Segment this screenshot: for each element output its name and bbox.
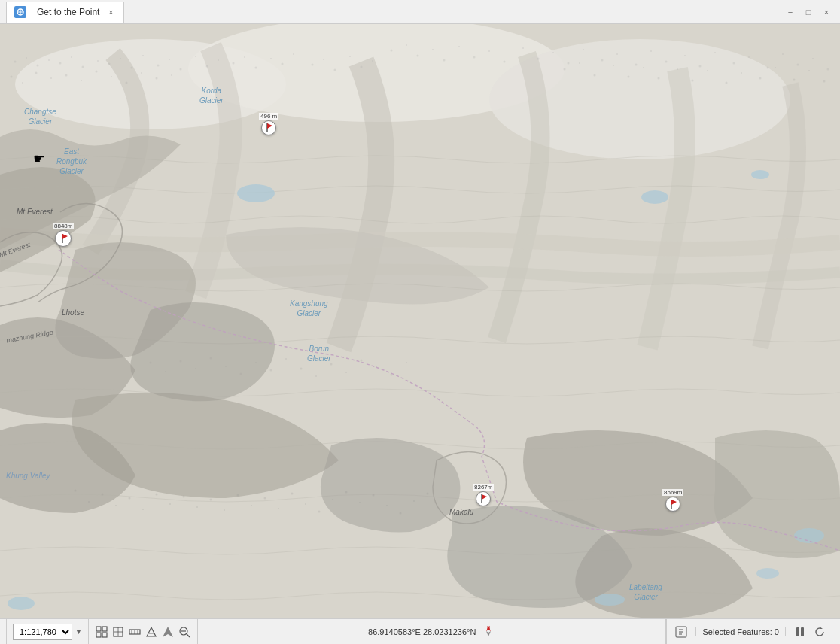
svg-point-76 (141, 72, 142, 74)
svg-point-85 (658, 77, 660, 80)
svg-text:N: N (488, 625, 491, 630)
svg-point-28 (255, 67, 257, 69)
pause-icon[interactable] (792, 624, 808, 640)
svg-rect-176 (796, 627, 799, 636)
svg-point-77 (156, 77, 158, 80)
svg-point-24 (206, 65, 208, 68)
scale-dropdown-icon: ▼ (75, 628, 82, 636)
svg-point-11 (48, 59, 50, 61)
zoom-out-tool[interactable] (178, 625, 191, 639)
svg-point-12 (59, 62, 62, 65)
svg-point-104 (270, 369, 272, 372)
svg-point-114 (237, 184, 275, 202)
svg-point-25 (218, 59, 219, 61)
svg-point-84 (643, 67, 644, 68)
svg-point-117 (794, 528, 824, 543)
svg-point-26 (233, 62, 235, 65)
svg-point-146 (413, 500, 415, 502)
map-container[interactable]: KordaGlacier ChangtseGlacier EastRongbuk… (0, 24, 840, 618)
svg-point-139 (318, 511, 321, 513)
svg-point-124 (115, 505, 117, 506)
svg-point-109 (345, 372, 347, 373)
grid-tool[interactable] (95, 625, 108, 639)
flag-marker-3[interactable]: 8267m (473, 484, 494, 506)
svg-point-111 (376, 366, 377, 368)
svg-point-71 (65, 74, 68, 77)
coordinates-section: 86.9140583°E 28.0231236°N N (198, 619, 667, 644)
svg-point-45 (488, 50, 490, 52)
svg-point-20 (157, 65, 160, 67)
close-window-button[interactable]: × (819, 5, 834, 20)
svg-point-9 (26, 57, 27, 59)
svg-point-27 (244, 56, 245, 58)
svg-point-21 (169, 59, 170, 60)
svg-point-64 (797, 64, 799, 66)
svg-marker-178 (820, 627, 823, 629)
svg-marker-163 (147, 627, 156, 636)
svg-point-88 (707, 70, 708, 71)
svg-point-16 (108, 63, 111, 65)
identify-tool[interactable] (145, 625, 158, 639)
svg-point-57 (684, 55, 686, 56)
svg-point-83 (628, 76, 630, 78)
svg-point-32 (312, 64, 314, 66)
svg-point-128 (169, 503, 171, 505)
svg-point-105 (285, 358, 287, 360)
svg-point-65 (812, 58, 814, 59)
svg-point-145 (400, 512, 402, 515)
measure-tool[interactable] (128, 625, 142, 639)
selected-features-section: Selected Features: 0 (666, 619, 834, 644)
svg-point-54 (635, 64, 638, 66)
extent-tool[interactable] (111, 625, 125, 639)
svg-point-86 (677, 68, 678, 70)
svg-point-60 (733, 62, 735, 65)
svg-point-130 (196, 506, 198, 508)
svg-point-58 (699, 65, 702, 68)
tab-close-button[interactable]: × (105, 7, 116, 17)
svg-point-42 (443, 59, 446, 62)
svg-point-14 (82, 66, 84, 68)
svg-point-47 (522, 47, 524, 49)
svg-point-129 (183, 496, 185, 498)
svg-point-136 (278, 508, 279, 509)
svg-point-123 (102, 494, 104, 496)
scale-select[interactable]: 1:50,000 1:100,000 1:121,780 1:250,000 1… (13, 624, 72, 640)
minimize-button[interactable]: − (783, 5, 798, 20)
navigate-tool[interactable] (161, 625, 175, 639)
flag-marker-4[interactable]: 8569m (662, 489, 683, 512)
title-bar: Get to the Point × − □ × (0, 0, 840, 24)
svg-point-19 (142, 55, 144, 56)
svg-point-126 (142, 509, 144, 510)
svg-point-143 (373, 494, 375, 497)
svg-point-137 (291, 493, 294, 495)
svg-point-41 (432, 49, 434, 50)
svg-point-61 (748, 56, 750, 58)
svg-point-82 (613, 65, 614, 66)
svg-point-46 (504, 61, 506, 63)
svg-point-140 (332, 499, 333, 500)
svg-point-31 (293, 53, 294, 55)
export-icon[interactable] (673, 624, 689, 640)
svg-point-35 (349, 56, 351, 57)
svg-point-23 (195, 56, 196, 57)
svg-point-38 (391, 50, 393, 52)
svg-point-113 (406, 362, 407, 363)
flag-marker-2[interactable]: 8848m (53, 223, 74, 247)
svg-point-63 (782, 53, 784, 55)
svg-point-18 (131, 67, 133, 69)
svg-point-34 (334, 69, 336, 71)
flag-marker-1[interactable]: 496 m (259, 113, 278, 135)
svg-point-56 (665, 61, 668, 63)
svg-point-112 (391, 374, 393, 376)
svg-point-44 (473, 56, 476, 59)
maximize-button[interactable]: □ (801, 5, 816, 20)
svg-point-80 (579, 62, 580, 64)
svg-point-59 (714, 52, 716, 53)
app-tab[interactable]: Get to the Point × (6, 2, 124, 23)
svg-point-95 (823, 80, 826, 83)
refresh-icon[interactable] (811, 624, 828, 640)
svg-point-144 (386, 505, 388, 506)
scale-section: 1:50,000 1:100,000 1:121,780 1:250,000 1… (6, 619, 89, 644)
svg-point-134 (251, 505, 252, 506)
svg-point-147 (427, 493, 429, 495)
